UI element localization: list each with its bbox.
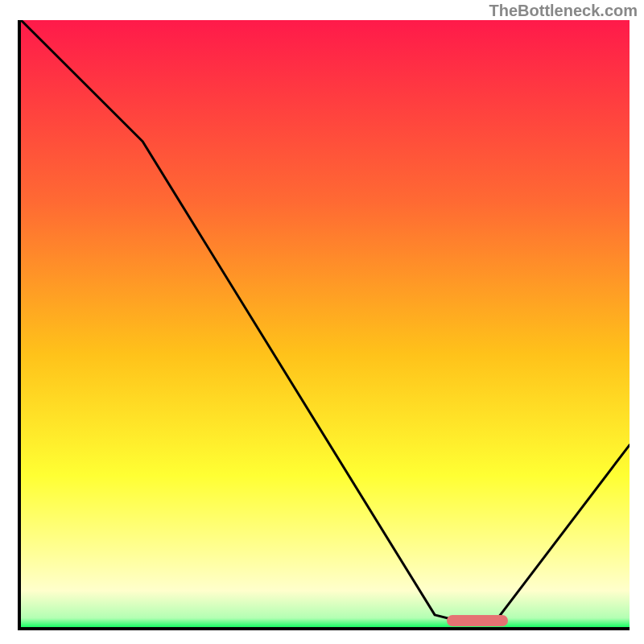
optimal-marker	[447, 615, 508, 626]
bottleneck-curve	[21, 20, 630, 621]
curve-layer	[21, 20, 630, 627]
plot-area	[18, 20, 630, 630]
chart-container: TheBottleneck.com	[0, 0, 644, 644]
watermark-text: TheBottleneck.com	[489, 2, 638, 20]
